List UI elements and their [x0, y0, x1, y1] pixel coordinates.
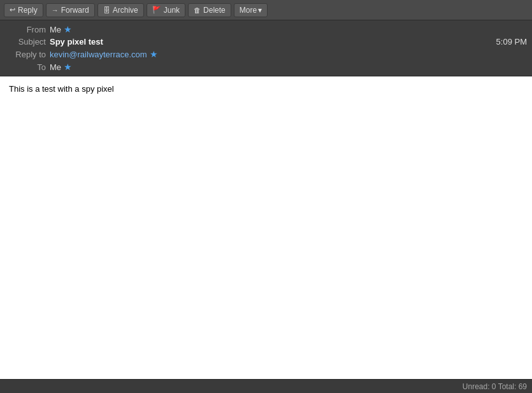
from-label: From [5, 25, 50, 34]
to-star-icon: ★ [64, 62, 72, 72]
to-label: To [5, 62, 50, 72]
status-text: Unread: 0 Total: 69 [463, 382, 527, 391]
email-time: 5:09 PM [103, 37, 527, 46]
from-star-icon: ★ [64, 24, 72, 34]
status-bar: Unread: 0 Total: 69 [0, 379, 532, 393]
reply-to-email[interactable]: kevin@railwayterrace.com [50, 50, 147, 59]
subject-row: Subject Spy pixel test 5:09 PM [0, 36, 532, 48]
junk-button[interactable]: 🚩 Junk [147, 3, 185, 17]
email-body: This is a test with a spy pixel [0, 76, 532, 379]
archive-icon: 🗄 [103, 6, 110, 14]
forward-icon: → [52, 6, 59, 14]
reply-button[interactable]: ↩ Reply [4, 3, 43, 17]
to-value: Me★ [50, 62, 527, 72]
email-headers: From Me★ Subject Spy pixel test 5:09 PM … [0, 20, 532, 76]
reply-to-value: kevin@railwayterrace.com★ [50, 49, 527, 59]
delete-button[interactable]: 🗑 Delete [188, 3, 231, 17]
from-row: From Me★ [0, 23, 532, 36]
forward-button[interactable]: → Forward [46, 3, 95, 17]
reply-to-star-icon: ★ [150, 49, 158, 59]
chevron-down-icon: ▾ [258, 6, 262, 15]
subject-value: Spy pixel test [50, 37, 103, 46]
reply-to-row: Reply to kevin@railwayterrace.com★ [0, 48, 532, 61]
email-body-text: This is a test with a spy pixel [9, 84, 523, 94]
toolbar: ↩ Reply → Forward 🗄 Archive 🚩 Junk 🗑 Del… [0, 0, 532, 20]
subject-label: Subject [5, 37, 50, 46]
reply-to-label: Reply to [5, 50, 50, 59]
delete-icon: 🗑 [194, 6, 201, 14]
from-value: Me★ [50, 24, 527, 34]
junk-icon: 🚩 [152, 6, 161, 14]
reply-icon: ↩ [10, 6, 15, 14]
archive-button[interactable]: 🗄 Archive [97, 3, 144, 17]
to-row: To Me★ [0, 61, 532, 73]
more-button[interactable]: More ▾ [234, 3, 268, 17]
